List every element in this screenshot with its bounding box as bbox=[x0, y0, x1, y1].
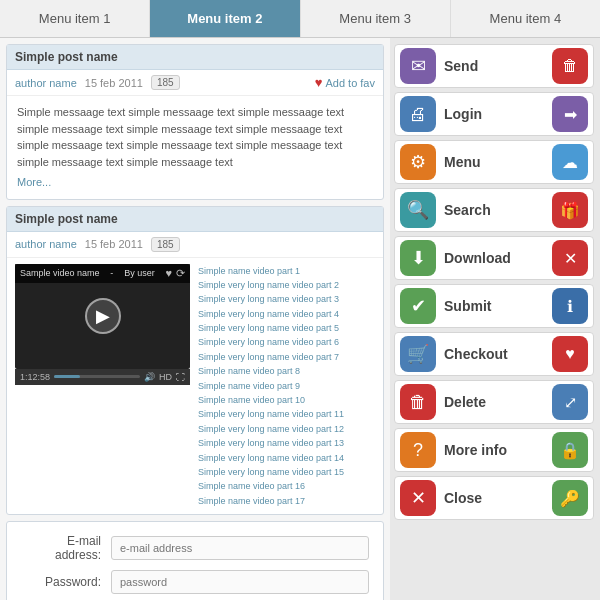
video-box: Sample video name - By user ♥ ⟳ ▶ bbox=[15, 264, 190, 369]
progress-fill bbox=[54, 375, 80, 378]
password-label: Password: bbox=[21, 575, 111, 589]
action-row-delete[interactable]: 🗑Delete⤢ bbox=[394, 380, 594, 424]
video-wrapper: Sample video name - By user ♥ ⟳ ▶ 1:12:5… bbox=[7, 258, 383, 515]
action-icon-left-1: 🖨 bbox=[400, 96, 436, 132]
play-button[interactable]: ▶ bbox=[85, 298, 121, 334]
action-icon-left-7: 🗑 bbox=[400, 384, 436, 420]
action-label-0: Send bbox=[440, 58, 548, 74]
post-date-1: 15 feb 2011 bbox=[85, 77, 143, 89]
video-list-item[interactable]: Simple very long name video part 11 bbox=[198, 407, 375, 421]
action-row-download[interactable]: ⬇Download✕ bbox=[394, 236, 594, 280]
post-title-1: Simple post name bbox=[7, 45, 383, 70]
nav-bar: Menu item 1 Menu item 2 Menu item 3 Menu… bbox=[0, 0, 600, 38]
password-input[interactable] bbox=[111, 570, 369, 594]
video-list-item[interactable]: Simple very long name video part 13 bbox=[198, 436, 375, 450]
action-icon-left-8: ? bbox=[400, 432, 436, 468]
action-row-search[interactable]: 🔍Search🎁 bbox=[394, 188, 594, 232]
action-icon-left-3: 🔍 bbox=[400, 192, 436, 228]
video-list-item[interactable]: Simple very long name video part 2 bbox=[198, 278, 375, 292]
action-icon-left-6: 🛒 bbox=[400, 336, 436, 372]
video-list-item[interactable]: Simple name video part 17 bbox=[198, 494, 375, 508]
post-body-1: Simple messaage text simple messaage tex… bbox=[7, 96, 383, 199]
video-list-item[interactable]: Simple very long name video part 14 bbox=[198, 451, 375, 465]
post-card-2: Simple post name author name 15 feb 2011… bbox=[6, 206, 384, 516]
action-row-login[interactable]: 🖨Login➡ bbox=[394, 92, 594, 136]
action-icon-right-9[interactable]: 🔑 bbox=[552, 480, 588, 516]
action-label-4: Download bbox=[440, 250, 548, 266]
action-label-7: Delete bbox=[440, 394, 548, 410]
video-list-item[interactable]: Simple very long name video part 7 bbox=[198, 350, 375, 364]
more-link-1[interactable]: More... bbox=[17, 174, 373, 191]
video-by-label: By user bbox=[124, 268, 155, 278]
action-label-6: Checkout bbox=[440, 346, 548, 362]
post-count-2: 185 bbox=[151, 237, 180, 252]
video-list-item[interactable]: Simple name video part 10 bbox=[198, 393, 375, 407]
video-list-item[interactable]: Simple very long name video part 5 bbox=[198, 321, 375, 335]
video-player: Sample video name - By user ♥ ⟳ ▶ 1:12:5… bbox=[15, 264, 190, 509]
action-icon-left-2: ⚙ bbox=[400, 144, 436, 180]
video-list-item[interactable]: Simple very long name video part 6 bbox=[198, 335, 375, 349]
action-icon-right-1[interactable]: ➡ bbox=[552, 96, 588, 132]
action-icon-right-7[interactable]: ⤢ bbox=[552, 384, 588, 420]
action-icon-right-0[interactable]: 🗑 bbox=[552, 48, 588, 84]
video-list-item[interactable]: Simple name video part 1 bbox=[198, 264, 375, 278]
volume-icon[interactable]: 🔊 bbox=[144, 372, 155, 382]
action-row-more-info[interactable]: ?More info🔒 bbox=[394, 428, 594, 472]
action-label-5: Submit bbox=[440, 298, 548, 314]
action-icon-left-5: ✔ bbox=[400, 288, 436, 324]
heart-icon: ♥ bbox=[315, 75, 323, 90]
author-link-2[interactable]: author name bbox=[15, 238, 77, 250]
action-icon-right-6[interactable]: ♥ bbox=[552, 336, 588, 372]
action-icon-left-4: ⬇ bbox=[400, 240, 436, 276]
video-list: Simple name video part 1Simple very long… bbox=[198, 264, 375, 509]
share-icon-video[interactable]: ⟳ bbox=[176, 267, 185, 280]
action-row-checkout[interactable]: 🛒Checkout♥ bbox=[394, 332, 594, 376]
post-meta-2: author name 15 feb 2011 185 bbox=[7, 232, 383, 258]
action-icon-left-9: ✕ bbox=[400, 480, 436, 516]
action-icon-right-2[interactable]: ☁ bbox=[552, 144, 588, 180]
action-label-1: Login bbox=[440, 106, 548, 122]
video-list-item[interactable]: Simple very long name video part 4 bbox=[198, 307, 375, 321]
video-list-item[interactable]: Simple very long name video part 3 bbox=[198, 292, 375, 306]
post-date-2: 15 feb 2011 bbox=[85, 238, 143, 250]
nav-item-1[interactable]: Menu item 1 bbox=[0, 0, 150, 37]
hd-badge: HD bbox=[159, 372, 172, 382]
heart-icon-video[interactable]: ♥ bbox=[165, 267, 172, 280]
action-label-3: Search bbox=[440, 202, 548, 218]
video-list-item[interactable]: Simple name video part 8 bbox=[198, 364, 375, 378]
action-icon-right-5[interactable]: ℹ bbox=[552, 288, 588, 324]
fullscreen-icon[interactable]: ⛶ bbox=[176, 372, 185, 382]
nav-item-4[interactable]: Menu item 4 bbox=[451, 0, 600, 37]
action-row-menu[interactable]: ⚙Menu☁ bbox=[394, 140, 594, 184]
add-to-fav-label: Add to fav bbox=[325, 77, 375, 89]
nav-item-3[interactable]: Menu item 3 bbox=[301, 0, 451, 37]
nav-item-2[interactable]: Menu item 2 bbox=[150, 0, 300, 37]
post-card-1: Simple post name author name 15 feb 2011… bbox=[6, 44, 384, 200]
email-input[interactable] bbox=[111, 536, 369, 560]
action-icon-right-4[interactable]: ✕ bbox=[552, 240, 588, 276]
email-label: E-mail address: bbox=[21, 534, 111, 562]
video-title-bar: Sample video name - By user ♥ ⟳ bbox=[15, 264, 190, 283]
video-list-item[interactable]: Simple name video part 16 bbox=[198, 479, 375, 493]
action-icon-left-0: ✉ bbox=[400, 48, 436, 84]
action-label-9: Close bbox=[440, 490, 548, 506]
action-label-2: Menu bbox=[440, 154, 548, 170]
progress-bar[interactable] bbox=[54, 375, 140, 378]
left-panel: Simple post name author name 15 feb 2011… bbox=[0, 38, 390, 600]
video-controls: 1:12:58 🔊 HD ⛶ bbox=[15, 369, 190, 385]
author-link-1[interactable]: author name bbox=[15, 77, 77, 89]
add-to-fav-1[interactable]: ♥ Add to fav bbox=[315, 75, 375, 90]
post-title-2: Simple post name bbox=[7, 207, 383, 232]
action-row-send[interactable]: ✉Send🗑 bbox=[394, 44, 594, 88]
action-icon-right-8[interactable]: 🔒 bbox=[552, 432, 588, 468]
video-list-item[interactable]: Simple name video part 9 bbox=[198, 379, 375, 393]
video-list-item[interactable]: Simple very long name video part 12 bbox=[198, 422, 375, 436]
video-icons: ♥ ⟳ bbox=[165, 267, 185, 280]
action-label-8: More info bbox=[440, 442, 548, 458]
action-row-close[interactable]: ✕Close🔑 bbox=[394, 476, 594, 520]
video-name-label: Sample video name bbox=[20, 268, 100, 278]
video-list-item[interactable]: Simple very long name video part 15 bbox=[198, 465, 375, 479]
action-icon-right-3[interactable]: 🎁 bbox=[552, 192, 588, 228]
action-row-submit[interactable]: ✔Submitℹ bbox=[394, 284, 594, 328]
login-card: E-mail address: Password: Forgot your pa… bbox=[6, 521, 384, 600]
